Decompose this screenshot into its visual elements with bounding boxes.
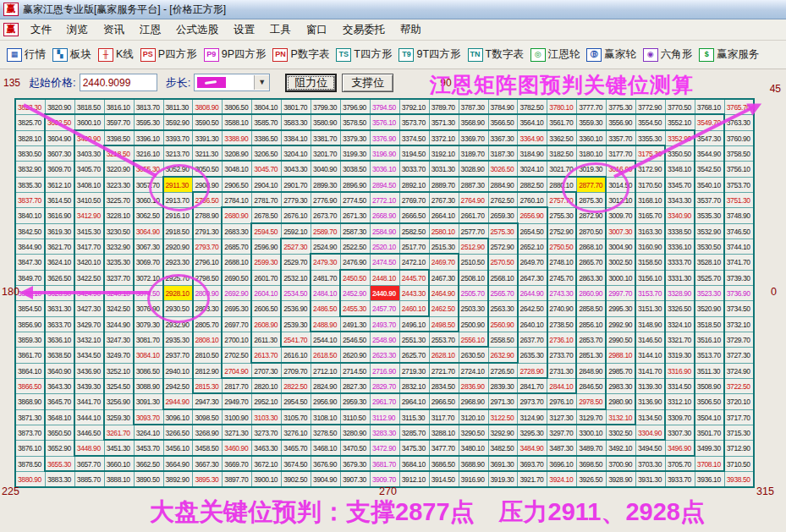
grid-cell[interactable]: 3420.10 xyxy=(75,255,105,270)
grid-cell[interactable]: 3528.10 xyxy=(695,255,725,270)
grid-cell[interactable]: 3184.90 xyxy=(518,146,547,162)
grid-cell[interactable]: 3499.30 xyxy=(695,441,725,456)
grid-cell[interactable]: 3084.10 xyxy=(135,348,164,363)
grid-cell[interactable]: 3403.30 xyxy=(75,146,105,162)
grid-cell[interactable]: 3230.50 xyxy=(105,224,135,239)
grid-cell[interactable]: 2515.30 xyxy=(430,239,459,255)
resistance-button[interactable]: 阻力位 xyxy=(285,74,337,92)
grid-cell[interactable]: 2481.70 xyxy=(311,271,341,286)
grid-cell[interactable]: 2992.90 xyxy=(607,317,636,332)
grid-cell[interactable]: 3144.10 xyxy=(636,348,666,363)
grid-cell[interactable]: 2920.90 xyxy=(164,239,194,255)
grid-cell[interactable]: 2505.70 xyxy=(459,286,489,301)
grid-cell[interactable]: 2536.90 xyxy=(282,301,311,316)
grid-cell[interactable]: 3129.70 xyxy=(577,410,607,425)
menu-item-浏览[interactable]: 浏览 xyxy=(59,20,96,40)
grid-cell[interactable]: 3792.10 xyxy=(400,100,430,115)
grid-cell[interactable]: 3136.90 xyxy=(636,394,666,409)
grid-cell[interactable]: 3888.10 xyxy=(105,472,135,487)
grid-cell[interactable]: 3444.10 xyxy=(75,410,105,425)
grid-cell[interactable]: 3525.70 xyxy=(695,271,725,286)
grid-cell[interactable]: 3273.70 xyxy=(252,425,282,441)
grid-cell[interactable]: 3208.90 xyxy=(223,146,252,162)
grid-cell[interactable]: 3868.90 xyxy=(16,394,46,409)
grid-cell[interactable]: 3177.70 xyxy=(607,146,636,162)
grid-cell[interactable]: 3780.10 xyxy=(547,100,577,115)
grid-cell[interactable]: 2644.90 xyxy=(518,286,547,301)
grid-cell[interactable]: 2707.30 xyxy=(252,364,282,379)
grid-cell[interactable]: 2632.90 xyxy=(489,348,519,363)
grid-cell[interactable]: 3912.10 xyxy=(400,472,430,487)
grid-cell[interactable]: 2683.30 xyxy=(223,224,252,239)
grid-cell[interactable]: 3506.50 xyxy=(695,394,725,409)
grid-cell[interactable]: 3859.30 xyxy=(16,332,46,348)
grid-cell[interactable]: 3542.50 xyxy=(695,162,725,177)
grid-cell[interactable]: 3132.10 xyxy=(607,410,636,425)
grid-cell[interactable]: 3187.30 xyxy=(489,146,519,162)
grid-cell[interactable]: 2928.10 xyxy=(164,286,194,301)
grid-cell[interactable]: 2846.50 xyxy=(577,379,607,394)
grid-cell[interactable]: 3722.50 xyxy=(725,379,755,394)
grid-cell[interactable]: 3607.30 xyxy=(46,146,75,162)
grid-cell[interactable]: 3813.70 xyxy=(135,100,164,115)
grid-cell[interactable]: 3468.10 xyxy=(311,441,341,456)
toolbar-item-板块[interactable]: ▚板块 xyxy=(52,47,91,62)
menu-item-公式选股[interactable]: 公式选股 xyxy=(168,20,226,40)
grid-cell[interactable]: 3741.70 xyxy=(725,255,755,270)
grid-cell[interactable]: 3028.90 xyxy=(459,162,489,177)
grid-cell[interactable]: 3355.30 xyxy=(636,131,666,146)
grid-cell[interactable]: 2918.50 xyxy=(164,224,194,239)
grid-cell[interactable]: 3763.30 xyxy=(725,115,755,130)
toolbar-item-K线[interactable]: ╫K线 xyxy=(98,47,134,62)
grid-cell[interactable]: 3657.70 xyxy=(75,457,105,472)
grid-cell[interactable]: 3676.90 xyxy=(311,457,341,472)
grid-cell[interactable]: 3907.30 xyxy=(341,472,371,487)
grid-cell[interactable]: 3777.70 xyxy=(577,100,607,115)
grid-cell[interactable]: 2925.70 xyxy=(164,271,194,286)
grid-cell[interactable]: 2803.30 xyxy=(193,301,223,316)
grid-cell[interactable]: 2712.10 xyxy=(311,364,341,379)
grid-cell[interactable]: 3379.30 xyxy=(341,131,371,146)
grid-cell[interactable]: 2820.10 xyxy=(252,379,282,394)
grid-cell[interactable]: 2985.70 xyxy=(607,364,636,379)
grid-cell[interactable]: 3513.70 xyxy=(695,348,725,363)
grid-cell[interactable]: 3806.50 xyxy=(223,100,252,115)
grid-cell[interactable]: 3223.30 xyxy=(105,178,135,193)
grid-cell[interactable]: 2865.70 xyxy=(577,255,607,270)
grid-cell[interactable]: 2748.10 xyxy=(547,255,577,270)
grid-cell[interactable]: 3000.10 xyxy=(607,271,636,286)
grid-cell[interactable]: 3199.30 xyxy=(341,146,371,162)
grid-cell[interactable]: 2995.30 xyxy=(607,301,636,316)
grid-cell[interactable]: 3523.30 xyxy=(695,286,725,301)
grid-cell[interactable]: 2949.70 xyxy=(223,394,252,409)
grid-cell[interactable]: 3079.30 xyxy=(135,317,164,332)
grid-cell[interactable]: 2508.10 xyxy=(459,271,489,286)
grid-cell[interactable]: 3746.50 xyxy=(725,224,755,239)
grid-cell[interactable]: 2930.50 xyxy=(164,301,194,316)
grid-cell[interactable]: 3854.50 xyxy=(16,301,46,316)
grid-cell[interactable]: 2832.10 xyxy=(400,379,430,394)
grid-cell[interactable]: 3585.70 xyxy=(252,115,282,130)
grid-cell[interactable]: 2692.90 xyxy=(223,286,252,301)
grid-cell[interactable]: 3547.30 xyxy=(695,131,725,146)
grid-cell[interactable]: 2582.50 xyxy=(400,224,430,239)
grid-cell[interactable]: 3240.10 xyxy=(105,286,135,301)
grid-cell[interactable]: 3110.50 xyxy=(341,410,371,425)
grid-cell[interactable]: 3768.10 xyxy=(695,100,725,115)
grid-cell[interactable]: 2697.70 xyxy=(223,317,252,332)
grid-cell[interactable]: 2997.70 xyxy=(607,286,636,301)
grid-cell[interactable]: 3568.90 xyxy=(459,115,489,130)
grid-cell[interactable]: 3189.70 xyxy=(459,146,489,162)
grid-cell[interactable]: 3679.30 xyxy=(341,457,371,472)
grid-cell[interactable]: 3484.90 xyxy=(518,441,547,456)
grid-cell[interactable]: 2988.10 xyxy=(607,348,636,363)
grid-cell[interactable]: 3244.90 xyxy=(105,317,135,332)
grid-cell[interactable]: 3866.50 xyxy=(16,379,46,394)
grid-cell[interactable]: 3410.50 xyxy=(75,193,105,208)
grid-cell[interactable]: 2966.50 xyxy=(430,394,459,409)
grid-cell[interactable]: 3060.10 xyxy=(135,193,164,208)
grid-cell[interactable]: 3717.70 xyxy=(725,410,755,425)
grid-cell[interactable]: 3062.50 xyxy=(135,208,164,223)
grid-cell[interactable]: 3004.90 xyxy=(607,239,636,255)
grid-cell[interactable]: 2529.70 xyxy=(282,255,311,270)
